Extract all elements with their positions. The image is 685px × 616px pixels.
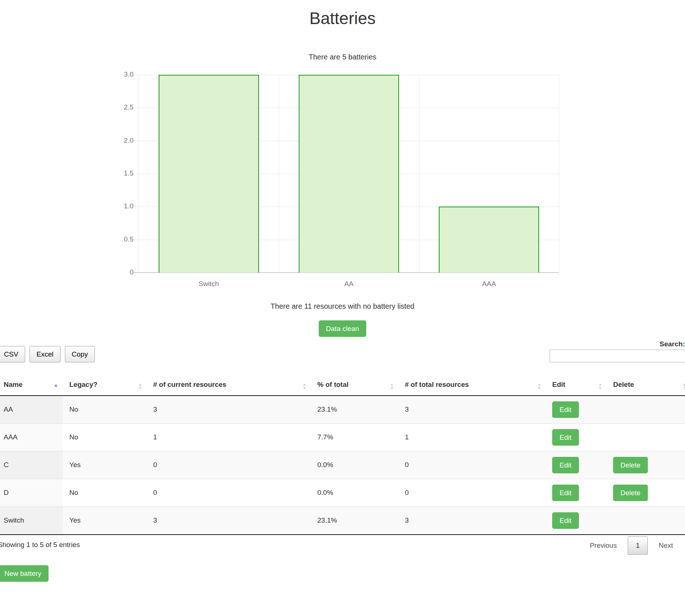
cell-current-resources: 0 [147,479,311,507]
search-input[interactable] [550,350,685,362]
sort-icons: ▲▼ [138,382,142,390]
cell-total-resources: 3 [398,507,546,535]
new-battery-button[interactable]: New battery [0,565,49,582]
table-info: Showing 1 to 5 of 5 entries [0,535,685,549]
page: Batteries There are 5 batteries 3.02.52.… [0,9,685,582]
y-axis-label: 2.5 [101,103,133,111]
column-header-name[interactable]: Name▲ [0,378,63,396]
cell-edit: Edit [546,423,607,451]
y-axis-label: 0.5 [101,235,133,243]
cell-current-resources: 3 [147,507,311,535]
chart-title: There are 5 batteries [0,53,685,61]
column-header-of-total[interactable]: % of total▲▼ [311,378,398,396]
sort-icons: ▲▼ [682,382,685,390]
x-axis-label-switch: Switch [139,280,279,288]
sort-icons: ▲▼ [390,382,394,390]
cell-edit: Edit [546,396,607,424]
vertical-gridline [279,75,279,273]
edit-button-c[interactable]: Edit [552,457,579,473]
y-axis-label: 0 [101,268,133,276]
edit-button-switch[interactable]: Edit [552,512,579,529]
cell-total-resources: 1 [398,423,546,451]
cell-edit: Edit [546,451,607,479]
column-header-delete[interactable]: Delete▲▼ [607,378,685,396]
vertical-gridline [139,75,139,273]
table-row-switch: SwitchYes323.1%3Edit [0,507,685,535]
table-row-c: CYes00.0%0EditDelete [0,451,685,479]
bar-switch[interactable] [159,75,259,273]
vertical-gridline [559,75,559,273]
table-row-aa: AANo323.1%3Edit [0,396,685,424]
cell-percent-of-total: 23.1% [311,396,398,424]
table-row-aaa: AAANo17.7%1Edit [0,423,685,451]
x-axis-label-aa: AA [279,280,419,288]
no-battery-caption: There are 11 resources with no battery l… [0,302,685,311]
cell-delete [607,507,685,535]
export-csv-button[interactable]: CSV [0,346,25,362]
chart-plot-area [139,75,559,273]
edit-button-d[interactable]: Edit [552,485,579,501]
search-filter: Search: [550,340,685,362]
column-header-label: % of total [317,381,349,388]
sort-down-icon: ▼ [682,386,685,390]
sort-icons: ▲▼ [537,382,541,390]
sort-down-icon: ▼ [138,386,142,390]
column-header-label: Legacy? [69,381,97,388]
column-header-label: # of current resources [153,381,227,388]
pagination-next[interactable]: Next [655,542,677,550]
sort-down-icon: ▼ [302,386,306,390]
cell-name: D [0,479,63,507]
cell-current-resources: 3 [147,396,311,424]
search-label: Search: [550,340,685,348]
export-excel-button[interactable]: Excel [30,346,60,362]
cell-current-resources: 1 [147,423,311,451]
column-header-of-current-resources[interactable]: # of current resources▲▼ [147,378,311,396]
cell-percent-of-total: 23.1% [311,507,398,535]
export-copy-button[interactable]: Copy [65,346,95,362]
cell-current-resources: 0 [147,451,311,479]
cell-total-resources: 3 [398,396,546,424]
column-header-label: Name [4,381,23,388]
cell-edit: Edit [546,507,607,535]
y-axis-tick [134,207,139,207]
sort-icons: ▲▼ [302,382,306,390]
page-title: Batteries [0,9,685,28]
table-toolbar: CSVExcelCopy Search: [0,346,685,372]
y-axis-tick [134,240,139,240]
sort-icons: ▲▼ [598,382,602,390]
edit-button-aaa[interactable]: Edit [552,429,579,446]
column-header-of-total-resources[interactable]: # of total resources▲▼ [398,378,546,396]
cell-percent-of-total: 0.0% [311,451,398,479]
column-header-edit[interactable]: Edit▲▼ [546,378,607,396]
y-axis-label: 2.0 [101,136,133,145]
cell-legacy: Yes [63,451,147,479]
cell-delete: Delete [607,451,685,479]
sort-ascending-icon: ▲ [53,382,58,388]
pagination-previous[interactable]: Previous [586,542,620,550]
pagination-page-1[interactable]: 1 [628,536,648,555]
cell-name: Switch [0,507,63,535]
vertical-gridline [419,75,419,273]
table-row-d: DNo00.0%0EditDelete [0,479,685,507]
pagination: Previous 1 Next [586,536,677,555]
table-footer: Showing 1 to 5 of 5 entries Previous 1 N… [0,535,685,559]
x-axis-label-aaa: AAA [419,280,559,288]
data-clean-button[interactable]: Data clean [319,320,367,337]
cell-legacy: Yes [63,507,147,535]
cell-legacy: No [63,396,147,424]
delete-button-d[interactable]: Delete [613,485,648,501]
delete-button-c[interactable]: Delete [613,457,648,473]
batteries-table: Name▲Legacy?▲▼# of current resources▲▼% … [0,378,685,535]
y-axis-tick [134,75,139,75]
sort-down-icon: ▼ [390,386,394,390]
bar-aa[interactable] [299,75,399,273]
cell-legacy: No [63,479,147,507]
column-header-label: Delete [613,381,634,388]
cell-delete [607,423,685,451]
column-header-legacy[interactable]: Legacy?▲▼ [63,378,147,396]
edit-button-aa[interactable]: Edit [552,401,579,418]
column-header-label: Edit [552,381,565,388]
y-axis-tick [134,174,139,174]
datatable-section: CSVExcelCopy Search: Name▲Legacy?▲▼# of … [0,346,685,582]
bar-aaa[interactable] [439,207,539,273]
